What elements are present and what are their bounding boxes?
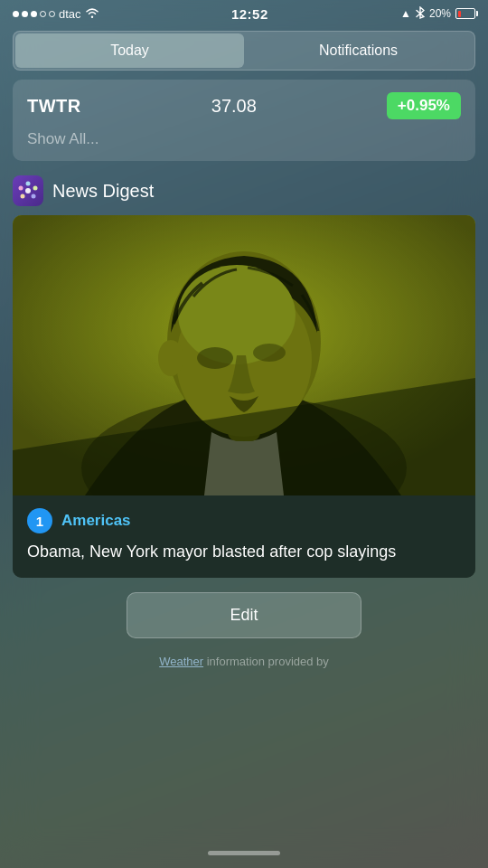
- category-badge: 1: [27, 508, 52, 533]
- dot-1: [13, 11, 19, 17]
- bluetooth-icon: [416, 6, 425, 22]
- stock-symbol: TWTR: [27, 96, 81, 117]
- weather-link[interactable]: Weather: [159, 655, 203, 668]
- news-bottom: 1 Americas Obama, New York mayor blasted…: [13, 495, 475, 578]
- location-icon: ▲: [400, 7, 411, 20]
- status-right: ▲ 20%: [400, 6, 475, 22]
- news-header: News Digest: [13, 175, 475, 206]
- news-image: [13, 215, 475, 495]
- news-card[interactable]: 1 Americas Obama, New York mayor blasted…: [13, 215, 475, 578]
- tab-bar: Today Notifications: [13, 31, 475, 71]
- stocks-widget: TWTR 37.08 +0.95% Show All...: [13, 80, 475, 161]
- dot-4: [40, 11, 46, 17]
- svg-point-4: [21, 194, 25, 199]
- status-bar: dtac 12:52 ▲ 20%: [0, 0, 488, 25]
- dot-3: [31, 11, 37, 17]
- category-name: Americas: [61, 512, 131, 530]
- footer-text: information provided by: [203, 655, 329, 668]
- tab-notifications[interactable]: Notifications: [244, 33, 473, 68]
- status-left: dtac: [13, 7, 99, 21]
- time-display: 12:52: [231, 6, 268, 22]
- news-app-name: News Digest: [52, 181, 154, 202]
- news-headline: Obama, New York mayor blasted after cop …: [27, 541, 461, 563]
- edit-section: Edit: [13, 592, 475, 638]
- svg-point-5: [32, 194, 36, 199]
- home-indicator: [0, 844, 488, 868]
- footer: Weather information provided by: [0, 647, 488, 672]
- stock-row: TWTR 37.08 +0.95%: [27, 92, 461, 119]
- wifi-icon: [85, 7, 99, 21]
- carrier-label: dtac: [59, 7, 81, 21]
- battery-percent: 20%: [429, 7, 451, 20]
- battery-icon: [455, 8, 475, 19]
- svg-point-2: [19, 186, 23, 191]
- svg-point-6: [25, 188, 31, 193]
- edit-button[interactable]: Edit: [127, 592, 361, 638]
- news-app-icon: [13, 175, 43, 206]
- signal-dots: [13, 11, 55, 17]
- dot-2: [22, 11, 28, 17]
- home-bar: [208, 851, 280, 855]
- stock-price: 37.08: [211, 96, 257, 117]
- svg-point-3: [33, 186, 38, 191]
- tab-today[interactable]: Today: [15, 33, 244, 68]
- category-row: 1 Americas: [27, 508, 461, 533]
- news-digest-section: News Digest: [13, 175, 475, 578]
- stock-change: +0.95%: [387, 92, 461, 119]
- svg-point-1: [26, 182, 31, 186]
- show-all-link[interactable]: Show All...: [27, 130, 461, 148]
- dot-5: [49, 11, 55, 17]
